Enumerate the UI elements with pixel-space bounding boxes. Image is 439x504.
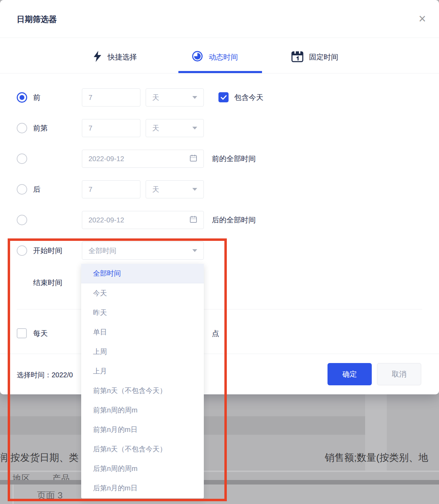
dropdown-option[interactable]: 全部时间 — [81, 264, 204, 283]
chevron-down-icon — [192, 249, 197, 252]
dropdown-option[interactable]: 昨天 — [81, 303, 204, 322]
label-start-time: 开始时间 — [33, 245, 62, 256]
background-left-chart-title: 润 按发货日期、类 — [0, 451, 79, 464]
after-count-input[interactable]: 7 — [82, 180, 140, 198]
start-time-value: 全部时间 — [88, 246, 116, 255]
tab-label: 固定时间 — [309, 52, 338, 62]
tab-label: 快捷选择 — [108, 52, 137, 62]
daily-checkbox[interactable] — [17, 328, 27, 338]
radio-before[interactable] — [17, 92, 27, 103]
calendar-icon — [190, 215, 197, 225]
selected-time-text: 选择时间：2022/0 — [17, 370, 73, 380]
tab-dynamic-time[interactable]: 动态时间 — [192, 50, 238, 64]
before-nth-count-value: 7 — [88, 124, 92, 132]
chevron-down-icon — [192, 188, 197, 191]
dropdown-option[interactable]: 今天 — [81, 283, 204, 303]
confirm-button[interactable]: 确定 — [328, 363, 372, 385]
label-end-time: 结束时间 — [33, 277, 62, 288]
start-time-dropdown: 全部时间 今天 昨天 单日 上周 上月 前第n天（不包含今天） 前第n周的周m … — [81, 264, 204, 498]
clock-icon — [192, 50, 203, 64]
dropdown-option[interactable]: 后第n天（不包含今天） — [81, 439, 204, 459]
before-count-value: 7 — [88, 94, 92, 102]
date-filter-dialog: 日期筛选器 × 快捷选择 动态时间 固定时间 — [0, 0, 439, 394]
tab-label: 动态时间 — [209, 52, 238, 62]
after-all-date-input[interactable]: 2022-09-12 — [82, 211, 204, 229]
after-unit-select[interactable]: 天 — [146, 180, 204, 198]
dropdown-option[interactable]: 后第n周的周m — [81, 459, 204, 478]
before-nth-unit-value: 天 — [152, 124, 159, 133]
before-unit-select[interactable]: 天 — [146, 88, 204, 107]
footer-divider — [0, 354, 439, 354]
background-right-chart-title: 销售额;数量(按类别、地 — [325, 451, 428, 464]
label-before-nth: 前第 — [33, 123, 48, 133]
after-count-value: 7 — [88, 186, 92, 194]
dropdown-option[interactable]: 上月 — [81, 361, 204, 381]
background-table-header-strip — [0, 480, 439, 485]
active-tab-underline — [178, 71, 262, 73]
radio-before-all[interactable] — [17, 153, 27, 164]
radio-after-all[interactable] — [17, 215, 27, 225]
dialog-title: 日期筛选器 — [17, 14, 57, 25]
background-page-tabbar — [0, 485, 439, 504]
start-time-select[interactable]: 全部时间 — [82, 242, 204, 260]
calendar-icon — [291, 50, 303, 64]
label-before: 前 — [33, 92, 40, 103]
dropdown-option[interactable]: 单日 — [81, 322, 204, 342]
label-before-all: 前的全部时间 — [212, 153, 256, 164]
before-nth-unit-select[interactable]: 天 — [146, 119, 204, 137]
tabs-divider — [0, 73, 439, 73]
before-nth-count-input[interactable]: 7 — [82, 119, 140, 137]
background-page-tab: 页面 3 — [37, 489, 63, 502]
tab-fixed-time[interactable]: 固定时间 — [291, 50, 338, 64]
radio-before-nth[interactable] — [17, 123, 27, 133]
chevron-down-icon — [192, 96, 197, 99]
label-daily: 每天 — [33, 328, 48, 339]
after-unit-value: 天 — [152, 185, 159, 194]
radio-after[interactable] — [17, 184, 27, 195]
cancel-button[interactable]: 取消 — [377, 363, 421, 385]
label-daily-hour-suffix: 点 — [212, 328, 219, 339]
label-after: 后 — [33, 184, 40, 195]
tab-quick-select[interactable]: 快捷选择 — [93, 50, 137, 64]
before-count-input[interactable]: 7 — [82, 88, 140, 107]
calendar-icon — [190, 154, 197, 164]
header-divider — [0, 38, 439, 38]
dropdown-option[interactable]: 上周 — [81, 342, 204, 361]
radio-start-end-time[interactable] — [17, 245, 27, 256]
after-all-date-value: 2022-09-12 — [88, 216, 124, 224]
chevron-down-icon — [192, 127, 197, 129]
dropdown-option[interactable]: 后第n月的m日 — [81, 478, 204, 498]
label-include-today: 包含今天 — [234, 92, 263, 103]
dropdown-option[interactable]: 前第n周的周m — [81, 400, 204, 420]
before-all-date-input[interactable]: 2022-09-12 — [82, 150, 204, 168]
dropdown-option[interactable]: 前第n天（不包含今天） — [81, 381, 204, 400]
dropdown-option[interactable]: 前第n月的m日 — [81, 420, 204, 439]
include-today-checkbox[interactable] — [218, 92, 229, 102]
label-after-all: 后的全部时间 — [212, 215, 256, 225]
section-divider — [17, 309, 422, 309]
before-all-date-value: 2022-09-12 — [88, 155, 124, 163]
check-icon — [221, 95, 227, 100]
close-icon[interactable]: × — [415, 12, 429, 26]
background-divider — [0, 471, 439, 472]
lightning-icon — [93, 50, 102, 64]
before-unit-value: 天 — [152, 93, 159, 102]
background-tabbar-divider — [13, 485, 14, 504]
